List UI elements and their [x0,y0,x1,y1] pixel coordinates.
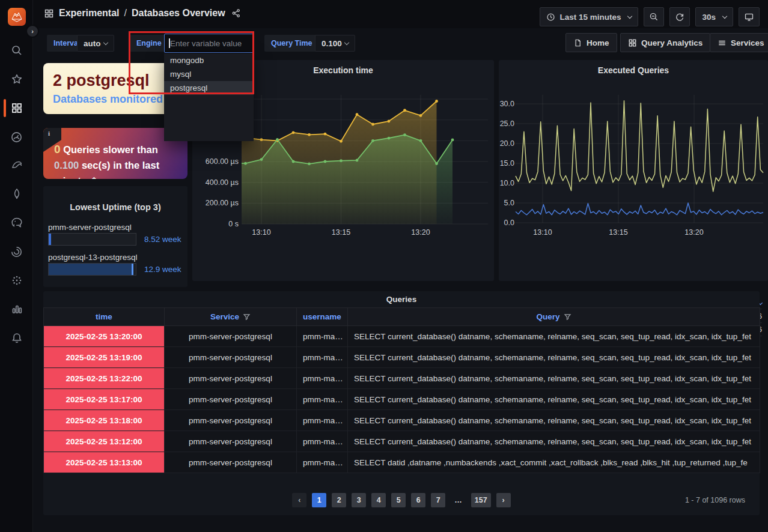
home-button-label: Home [587,38,609,47]
executed-queries-panel: Executed Queries 30.025.020.015.010.05.0… [499,60,768,281]
share-icon[interactable] [231,8,241,18]
cell-username: pmm-ma… [297,389,348,410]
panel-title: Executed Queries [499,65,768,75]
svg-text:13:20: 13:20 [684,228,703,237]
svg-text:5.0: 5.0 [504,199,514,207]
svg-text:13:10: 13:10 [533,228,552,237]
dashboards-grid-icon [44,8,54,19]
query-time-variable-select[interactable]: 0.100 [315,35,355,52]
pagination-page-5[interactable]: 5 [391,493,406,507]
chevron-down-icon [103,40,108,44]
queries-table: timeServiceusernameQuery 2025-02-25 13:2… [43,307,760,473]
sidebar-item-charts[interactable] [0,296,33,322]
bell-icon [11,332,23,344]
pagination-page-6[interactable]: 6 [411,493,425,507]
cell-time: 2025-02-25 13:13:00 [44,452,165,473]
pagination-page-1[interactable]: 1 [312,493,326,507]
column-header-query[interactable]: Query [348,308,760,326]
query-analytics-button-label: Query Analytics [641,38,702,47]
pagination-page-157[interactable]: 157 [471,493,491,507]
pagination-page-3[interactable]: 3 [352,493,366,507]
sidebar-item-starred[interactable] [0,66,33,92]
mysql-dolphin-icon [10,159,23,172]
gauge-fill [49,234,51,245]
star-icon [11,73,23,85]
cell-time: 2025-02-25 13:17:00 [44,389,165,410]
breadcrumb-page[interactable]: Databases Overview [132,8,225,19]
zoom-out-icon [649,12,659,22]
engine-option-postgresql[interactable]: postgresql [164,81,254,95]
svg-text:10.0: 10.0 [500,179,514,187]
cell-query: SELECT current_database() datname, schem… [348,368,760,389]
sidebar-item-mysql[interactable] [0,152,33,178]
gauge-label: postgresql-13-postgresql [48,253,138,262]
sidebar-expand-toggle[interactable]: › [26,25,39,38]
svg-text:20.0: 20.0 [500,139,514,148]
engine-option-mongodb[interactable]: mongodb [164,53,254,67]
pagination-page-2[interactable]: 2 [332,493,346,507]
hamburger-icon [718,38,727,47]
services-button[interactable]: Services [710,33,768,52]
engine-option-mysql[interactable]: mysql [164,67,254,81]
svg-text:13:20: 13:20 [411,228,430,237]
pagination-prev-button[interactable]: ‹ [292,493,306,507]
sidebar-item-query-analytics[interactable] [0,124,33,150]
cell-service: pmm-server-postgresql [165,326,297,347]
column-header-username[interactable]: username [297,308,348,326]
cell-query: SELECT current_database() datname, schem… [348,389,760,410]
info-icon: i [48,130,50,137]
sidebar-item-postgresql[interactable] [0,210,33,236]
monitor-icon [744,12,754,22]
column-header-time[interactable]: time [44,308,165,326]
refresh-button[interactable] [669,7,690,26]
gauge-fill [49,264,133,275]
home-button[interactable]: Home [565,33,617,52]
sidebar-item-proxysql[interactable] [0,238,33,265]
cell-time: 2025-02-25 13:19:00 [44,347,165,368]
breadcrumb-section[interactable]: Experimental [59,8,119,19]
slow-queries-text-before: Queries slower than [61,144,158,155]
text-caret [169,38,170,48]
query-time-variable-value: 0.100 [322,39,342,48]
sidebar-item-search[interactable] [0,37,33,64]
gauge-value: 8.52 week [144,235,181,244]
cell-service: pmm-server-postgresql [165,410,297,431]
cell-username: pmm-ma… [297,452,348,473]
table-row: 2025-02-25 13:19:00pmm-server-postgresql… [44,347,760,368]
services-button-label: Services [731,38,764,47]
cell-username: pmm-ma… [297,347,348,368]
filter-icon[interactable] [243,313,251,321]
search-icon [11,44,23,56]
refresh-interval-select[interactable]: 30s [695,7,733,26]
slow-queries-text: 0 Queries slower than 0.100 sec(s) in th… [54,141,180,179]
executed-queries-chart[interactable]: 30.025.020.015.010.05.00.013:1013:1513:2… [499,60,768,281]
filter-icon[interactable] [564,313,571,321]
svg-text:13:15: 13:15 [609,228,627,237]
query-analytics-button[interactable]: Query Analytics [620,33,710,52]
cell-username: pmm-ma… [297,431,348,452]
pagination-next-button[interactable]: › [496,493,511,507]
table-row: 2025-02-25 13:22:00pmm-server-postgresql… [44,368,760,389]
panel-info-corner[interactable] [43,128,61,140]
dashboards-grid-icon [11,102,23,114]
gauge-track [48,263,136,276]
sidebar-item-dashboards[interactable] [0,95,33,121]
interval-variable-select[interactable]: auto [77,35,114,52]
sidebar-item-alerting[interactable] [0,325,33,351]
svg-text:25.0: 25.0 [500,119,514,128]
svg-text:400.00 µs: 400.00 µs [206,178,239,187]
time-range-picker[interactable]: Last 15 minutes [540,7,638,26]
sidebar: › [0,0,33,532]
table-row: 2025-02-25 13:12:00pmm-server-postgresql… [44,431,760,452]
zoom-out-button[interactable] [644,7,664,26]
pagination-page-7[interactable]: 7 [431,493,445,507]
kiosk-mode-button[interactable] [739,7,760,26]
column-header-service[interactable]: Service [165,308,297,326]
sidebar-item-mongodb[interactable] [0,181,33,207]
slow-queries-threshold: 0.100 [54,160,79,171]
pagination-page-4[interactable]: 4 [371,493,386,507]
sidebar-item-system[interactable] [0,267,33,294]
engine-variable-input[interactable] [164,34,254,53]
pmm-logo[interactable] [8,8,26,26]
pagination-ellipsis[interactable]: … [451,493,466,507]
